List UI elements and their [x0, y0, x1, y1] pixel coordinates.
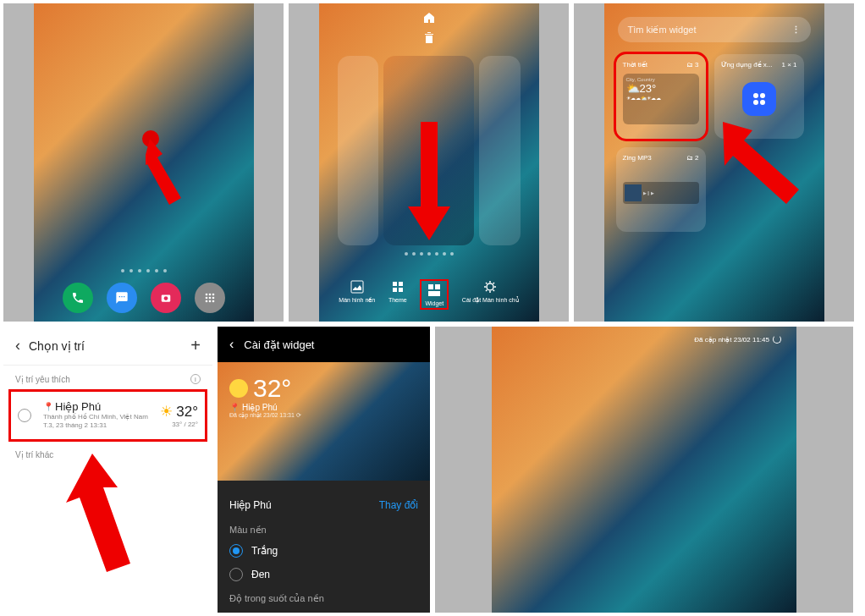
wallpaper-option[interactable]: Màn hình nền — [339, 279, 375, 310]
page-indicator — [319, 252, 539, 256]
svg-point-22 — [753, 93, 758, 98]
back-icon[interactable]: ‹ — [229, 337, 234, 352]
panel-3-widget-picker: Tìm kiếm widget ⋮ Thời tiết🗂 3 City, Cou… — [574, 3, 854, 322]
svg-point-4 — [208, 294, 211, 296]
annotation-arrow — [54, 454, 139, 572]
section-favorites: Vị trí yêu thích i — [3, 366, 212, 389]
svg-point-7 — [208, 297, 211, 300]
widget-option[interactable]: Widget — [420, 279, 449, 310]
widget-weather[interactable]: Thời tiết🗂 3 City, Country ⛅23° ☀☁☁⛅☀☁☁ — [616, 54, 706, 139]
panel-2-edit-home: Màn hình nền Theme Widget Cài đặt Màn hì… — [289, 3, 569, 322]
app-blob-icon — [742, 82, 776, 116]
camera-icon[interactable] — [151, 283, 181, 313]
location-card[interactable]: 📍Hiệp Phú Thành phố Hồ Chí Minh, Việt Na… — [8, 389, 207, 442]
page-indicator — [34, 269, 254, 272]
messages-icon[interactable] — [107, 283, 137, 313]
preview-page-left[interactable] — [338, 56, 379, 245]
svg-rect-19 — [435, 284, 440, 289]
phone-icon[interactable] — [63, 283, 93, 313]
theme-option[interactable]: Theme — [388, 279, 407, 310]
svg-rect-18 — [428, 284, 433, 289]
svg-point-25 — [760, 100, 765, 105]
panel-4-choose-location: ‹ Chọn vị trí + Vị trí yêu thích i 📍Hiệp… — [3, 327, 212, 613]
refresh-icon[interactable] — [773, 335, 781, 344]
bg-label: Màu nền — [229, 518, 418, 539]
apps-icon[interactable] — [195, 283, 225, 313]
svg-marker-27 — [66, 454, 130, 572]
pin-icon: 📍 — [229, 403, 240, 412]
annotation-arrow — [723, 122, 807, 215]
back-icon[interactable]: ‹ — [15, 337, 20, 355]
opacity-slider[interactable]: 100% — [229, 608, 418, 613]
widget-preview: 32° 📍Hiệp Phú Đã cập nhật 23/02 13:31 ⟳ — [218, 362, 430, 481]
info-icon[interactable]: i — [190, 374, 201, 384]
annotation-arrow — [399, 122, 459, 240]
header: ‹ Chọn vị trí + — [3, 327, 212, 366]
home-icon[interactable] — [423, 12, 435, 24]
svg-rect-15 — [399, 282, 403, 286]
svg-point-8 — [212, 297, 214, 300]
svg-point-6 — [205, 297, 207, 300]
svg-point-2 — [163, 296, 168, 300]
search-input[interactable]: Tìm kiếm widget ⋮ — [618, 17, 811, 42]
svg-marker-12 — [408, 122, 450, 240]
svg-point-11 — [212, 300, 214, 303]
edit-toolbar: Màn hình nền Theme Widget Cài đặt Màn hì… — [319, 279, 539, 310]
svg-point-9 — [205, 300, 207, 303]
svg-rect-14 — [393, 282, 397, 286]
more-icon[interactable]: ⋮ — [791, 25, 801, 36]
change-link[interactable]: Thay đổi — [379, 499, 418, 511]
add-button[interactable]: + — [190, 336, 201, 355]
opacity-label: Độ trong suốt của nền — [229, 586, 418, 608]
svg-rect-13 — [351, 281, 363, 293]
svg-rect-20 — [428, 291, 440, 296]
trash-icon[interactable] — [423, 32, 435, 44]
weather-preview: City, Country ⛅23° ☀☁☁⛅☀☁☁ — [623, 74, 699, 124]
radio-black[interactable]: Đen — [229, 563, 418, 586]
svg-rect-16 — [393, 288, 397, 292]
preview-page-right[interactable] — [479, 56, 521, 245]
homesettings-option[interactable]: Cài đặt Màn hình chủ — [462, 279, 519, 310]
svg-marker-26 — [723, 122, 799, 204]
panel-1-homescreen — [3, 3, 284, 322]
sun-icon — [229, 379, 248, 398]
update-timestamp: Đã cập nhật 23/02 11:45 — [694, 335, 781, 344]
svg-point-21 — [487, 283, 493, 290]
annotation-arrow — [146, 139, 196, 206]
radio-white[interactable]: Trắng — [229, 539, 418, 563]
panel-6-result: Đã cập nhật 23/02 11:45 — [435, 327, 853, 613]
svg-point-3 — [205, 294, 207, 296]
radio-unchecked[interactable] — [18, 409, 31, 422]
svg-point-10 — [208, 300, 211, 303]
svg-point-23 — [760, 93, 765, 98]
widget-zing-mp3[interactable]: Zing MP3🗂 2 ▶ ‖ ▶ — [616, 147, 706, 232]
sun-icon: ☀ — [160, 404, 173, 420]
mp3-preview: ▶ ‖ ▶ — [623, 182, 699, 204]
header: ‹ Cài đặt widget — [218, 327, 430, 362]
page-title: Cài đặt widget — [244, 338, 314, 351]
page-title: Chọn vị trí — [29, 339, 190, 353]
panel-5-widget-settings: ‹ Cài đặt widget 32° 📍Hiệp Phú Đã cập nh… — [218, 327, 430, 613]
svg-point-5 — [212, 294, 214, 296]
svg-rect-17 — [399, 288, 403, 292]
location-row: Hiệp Phú Thay đổi — [229, 492, 418, 518]
svg-marker-0 — [146, 139, 181, 205]
pin-icon: 📍 — [43, 402, 53, 411]
svg-point-24 — [753, 100, 758, 105]
dock — [34, 283, 254, 313]
